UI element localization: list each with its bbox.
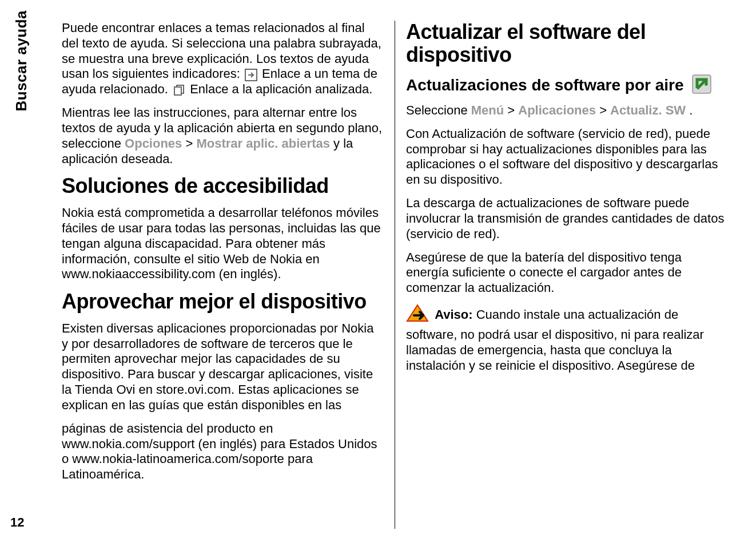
page-number: 12 [10, 515, 24, 530]
paragraph-data-warning: La descarga de actualizaciones de softwa… [406, 196, 727, 242]
menu-actualiz-sw: Actualiz. SW [610, 103, 686, 117]
text: . [689, 103, 693, 117]
arrow-link-icon [245, 69, 257, 81]
breadcrumb-separator: > [507, 103, 518, 117]
menu-menu: Menú [471, 103, 504, 117]
application-icon [173, 84, 185, 97]
software-update-icon [691, 74, 712, 98]
paragraph-update-service: Con Actualización de software (servicio … [406, 126, 727, 188]
text: Seleccione [406, 103, 471, 117]
page-content: Puede encontrar enlaces a temas relacion… [62, 21, 727, 529]
menu-opciones: Opciones [125, 136, 182, 151]
breadcrumb-separator: > [185, 136, 196, 151]
heading-aprovechar: Aprovechar mejor el dispositivo [62, 290, 383, 313]
paragraph-select-path: Seleccione Menú > Aplicaciones > Actuali… [406, 103, 727, 118]
heading-soluciones: Soluciones de accesibilidad [62, 175, 383, 197]
warning-icon [406, 304, 429, 327]
side-tab-label: Buscar ayuda [13, 10, 37, 112]
heading-actualizar: Actualizar el software del dispositivo [406, 21, 727, 66]
menu-aplicaciones: Aplicaciones [518, 103, 596, 117]
paragraph-aprovechar: Existen diversas aplicaciones proporcion… [62, 321, 383, 413]
paragraph-aviso: Aviso: Cuando instale una actualización … [406, 304, 727, 373]
paragraph-intro: Puede encontrar enlaces a temas relacion… [62, 21, 383, 97]
text: Actualizaciones de software por aire [406, 76, 684, 94]
paragraph-battery: Asegúrese de que la batería del disposit… [406, 250, 727, 296]
svg-rect-1 [174, 87, 181, 95]
paragraph-accesibilidad: Nokia está comprometida a desarrollar te… [62, 205, 383, 282]
paragraph-instructions: Mientras lee las instrucciones, para alt… [62, 105, 383, 167]
menu-mostrar-aplic: Mostrar aplic. abiertas [196, 136, 330, 151]
subheading-aire: Actualizaciones de software por aire [406, 74, 727, 98]
aviso-label: Aviso: [435, 307, 476, 322]
breadcrumb-separator: > [599, 103, 610, 117]
text: Enlace a la aplicación analizada. [190, 82, 372, 96]
paragraph-support-pages: páginas de asistencia del producto en ww… [62, 421, 383, 482]
